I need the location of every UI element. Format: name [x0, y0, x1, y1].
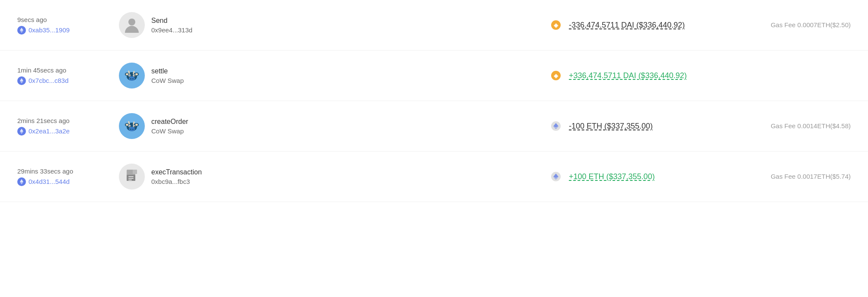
svg-point-24: [129, 127, 135, 131]
action-name: settle: [151, 67, 246, 75]
svg-text:◈: ◈: [553, 73, 558, 79]
svg-point-10: [132, 78, 134, 79]
svg-point-9: [130, 78, 131, 79]
svg-text:◈: ◈: [553, 22, 558, 28]
gas-fee-section: Gas Fee 0.0007ETH($2.50): [730, 21, 851, 29]
transaction-time: 29mins 33secs ago: [17, 167, 112, 175]
action-info: createOrderCoW Swap: [151, 118, 246, 135]
dai-token-icon: ◈: [548, 68, 564, 83]
svg-point-0: [128, 19, 135, 25]
action-target: CoW Swap: [151, 127, 246, 135]
svg-point-23: [135, 124, 138, 126]
wallet-address[interactable]: 0x2ea1...3a2e: [29, 127, 70, 135]
svg-point-8: [129, 76, 135, 81]
action-name: execTransaction: [151, 168, 246, 176]
gas-fee-text: Gas Fee 0.0014ETH($4.58): [771, 122, 851, 130]
svg-point-7: [135, 73, 138, 76]
action-target: CoW Swap: [151, 77, 246, 84]
protocol-icon-wrapper: [112, 63, 151, 88]
protocol-icon-wrapper: [112, 113, 151, 139]
svg-point-13: [129, 75, 130, 76]
svg-rect-37: [128, 178, 134, 179]
table-row: 1min 45secs ago 0x7cbc...c83d: [0, 51, 868, 101]
action-target: 0xbc9a...fbc3: [151, 178, 246, 185]
protocol-icon-wrapper: [112, 164, 151, 190]
eth-token-icon: [548, 169, 564, 184]
cow-swap-icon: [119, 113, 145, 139]
action-name: Send: [151, 17, 246, 25]
svg-point-25: [130, 129, 131, 130]
amount-section: -100 ETH ($337,355.00): [548, 118, 730, 134]
transaction-time: 2mins 21secs ago: [17, 117, 112, 124]
action-name: createOrder: [151, 118, 246, 126]
ethereum-icon: [17, 127, 26, 136]
document-icon: [119, 164, 145, 190]
svg-point-30: [134, 126, 134, 126]
amount-section: ◈ +336,474.5711 DAI ($336,440.92): [548, 68, 730, 83]
svg-rect-38: [128, 180, 132, 180]
action-info: Send0x9ee4...313d: [151, 17, 246, 34]
transaction-time: 9secs ago: [17, 16, 112, 23]
action-info: execTransaction0xbc9a...fbc3: [151, 168, 246, 185]
action-target: 0x9ee4...313d: [151, 26, 246, 34]
svg-rect-36: [128, 176, 134, 177]
wallet-address[interactable]: 0xab35...1909: [29, 26, 70, 34]
svg-point-14: [134, 75, 134, 76]
time-address-block: 29mins 33secs ago 0x4d31...544d: [17, 167, 112, 186]
transaction-list: 9secs ago 0xab35...1909 Send0x9ee4...313…: [0, 0, 868, 202]
wallet-address[interactable]: 0x4d31...544d: [29, 178, 70, 185]
ethereum-icon: [17, 76, 26, 85]
table-row: 9secs ago 0xab35...1909 Send0x9ee4...313…: [0, 0, 868, 51]
svg-rect-39: [133, 170, 137, 174]
ethereum-icon: [17, 177, 26, 186]
transaction-amount[interactable]: +336,474.5711 DAI ($336,440.92): [569, 71, 687, 80]
cow-swap-icon: [119, 63, 145, 88]
table-row: 2mins 21secs ago 0x2ea1...3a2e: [0, 101, 868, 152]
transaction-amount[interactable]: -100 ETH ($337,355.00): [569, 122, 653, 131]
protocol-icon-wrapper: [112, 12, 151, 38]
wallet-address[interactable]: 0x7cbc...c83d: [29, 77, 69, 84]
time-address-block: 1min 45secs ago 0x7cbc...c83d: [17, 66, 112, 85]
gas-fee-text: Gas Fee 0.0007ETH($2.50): [771, 21, 851, 28]
gas-fee-text: Gas Fee 0.0017ETH($5.74): [771, 173, 851, 180]
svg-point-22: [126, 124, 128, 126]
svg-point-29: [129, 126, 130, 126]
transaction-amount[interactable]: +100 ETH ($337,355.00): [569, 172, 655, 181]
gas-fee-section: Gas Fee 0.0017ETH($5.74): [730, 173, 851, 180]
transaction-amount[interactable]: -336,474.5711 DAI ($336,440.92): [569, 21, 685, 30]
person-icon: [119, 12, 145, 38]
svg-point-26: [132, 129, 134, 130]
amount-section: +100 ETH ($337,355.00): [548, 169, 730, 184]
gas-fee-section: Gas Fee 0.0014ETH($4.58): [730, 122, 851, 130]
time-address-block: 2mins 21secs ago 0x2ea1...3a2e: [17, 117, 112, 136]
action-info: settleCoW Swap: [151, 67, 246, 84]
dai-token-icon: ◈: [548, 17, 564, 33]
svg-point-6: [126, 73, 128, 76]
transaction-time: 1min 45secs ago: [17, 66, 112, 74]
table-row: 29mins 33secs ago 0x4d31...544d execTran…: [0, 152, 868, 202]
eth-token-icon: [548, 118, 564, 134]
time-address-block: 9secs ago 0xab35...1909: [17, 16, 112, 35]
amount-section: ◈ -336,474.5711 DAI ($336,440.92): [548, 17, 730, 33]
ethereum-icon: [17, 26, 26, 35]
